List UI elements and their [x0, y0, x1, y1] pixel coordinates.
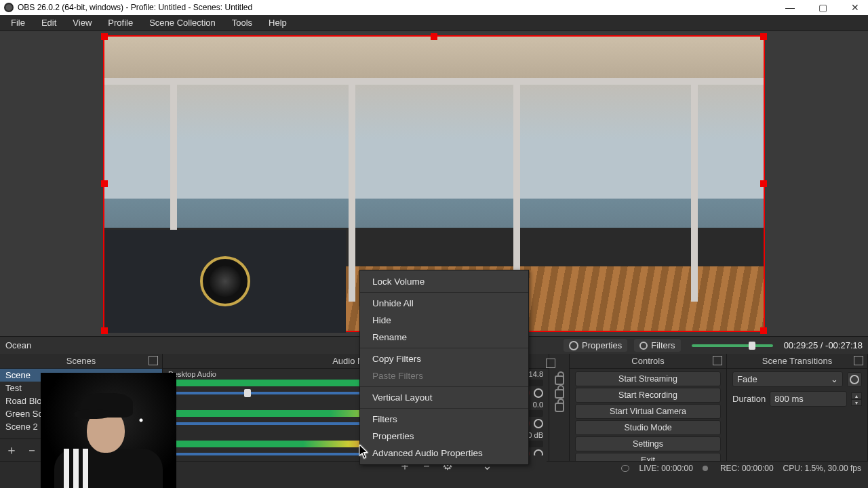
- track-settings-button[interactable]: [534, 388, 543, 398]
- menu-profile[interactable]: Profile: [101, 16, 140, 29]
- add-scene-button[interactable]: ＋: [5, 442, 18, 458]
- menu-edit[interactable]: Edit: [35, 16, 63, 29]
- gear-icon: [850, 375, 859, 384]
- close-button[interactable]: ✕: [846, 2, 864, 13]
- source-overlay[interactable]: [104, 230, 346, 333]
- rec-indicator-icon: [703, 466, 708, 471]
- controls-header: Controls: [631, 356, 664, 366]
- status-rec: REC: 00:00:00: [720, 464, 774, 473]
- control-button[interactable]: Exit: [575, 453, 721, 461]
- source-locks: [549, 354, 570, 461]
- filter-icon: [639, 342, 648, 350]
- filters-button[interactable]: Filters: [634, 339, 680, 352]
- lock-icon[interactable]: [555, 389, 564, 399]
- context-menu-item: Paste Filters: [360, 367, 528, 384]
- context-menu-item[interactable]: Lock Volume: [360, 273, 528, 290]
- spin-up[interactable]: ▴: [851, 392, 862, 399]
- title-bar: OBS 26.0.2 (64-bit, windows) - Profile: …: [0, 0, 868, 15]
- context-menu-item[interactable]: Advanced Audio Properties: [360, 445, 528, 462]
- lock-icon[interactable]: [555, 403, 564, 412]
- context-menu-item[interactable]: Filters: [360, 411, 528, 428]
- transitions-header: Scene Transitions: [762, 356, 832, 366]
- status-live: LIVE: 00:00:00: [639, 464, 692, 473]
- menu-bar: File Edit View Profile Scene Collection …: [0, 15, 868, 31]
- transition-select[interactable]: Fade⌄: [732, 371, 843, 387]
- context-menu-item[interactable]: Hide: [360, 312, 528, 329]
- window-title: OBS 26.0.2 (64-bit, windows) - Profile: …: [18, 3, 781, 12]
- duration-input[interactable]: 800 ms: [770, 391, 847, 407]
- menu-scene-collection[interactable]: Scene Collection: [142, 16, 222, 29]
- context-menu-item[interactable]: Unhide All: [360, 295, 528, 312]
- gear-icon: [569, 341, 578, 350]
- transition-settings-button[interactable]: [847, 372, 862, 387]
- media-seek-slider[interactable]: [692, 344, 773, 347]
- popout-icon[interactable]: [713, 356, 722, 365]
- popout-icon[interactable]: [854, 356, 863, 365]
- menu-file[interactable]: File: [4, 16, 32, 29]
- audio-context-menu: Lock VolumeUnhide AllHideRenameCopy Filt…: [359, 270, 529, 465]
- remove-scene-button[interactable]: －: [26, 442, 38, 458]
- popout-icon[interactable]: [546, 359, 555, 368]
- track-db: 0.0: [533, 401, 543, 409]
- menu-view[interactable]: View: [66, 16, 98, 29]
- cursor-icon: [359, 445, 369, 458]
- scenes-header: Scenes: [66, 356, 96, 366]
- obs-icon: [4, 3, 14, 12]
- control-button[interactable]: Start Virtual Camera: [575, 404, 721, 419]
- popout-icon[interactable]: [149, 356, 158, 365]
- media-time: 00:29:25 / -00:27:18: [784, 340, 863, 350]
- minimize-button[interactable]: —: [781, 2, 799, 13]
- duration-label: Duration: [732, 394, 766, 404]
- logo-icon: [200, 256, 250, 306]
- spin-down[interactable]: ▾: [851, 399, 862, 406]
- control-button[interactable]: Start Recording: [575, 388, 721, 403]
- broadcast-icon: [621, 465, 629, 472]
- context-menu-item[interactable]: Rename: [360, 329, 528, 346]
- control-button[interactable]: Start Streaming: [575, 371, 721, 386]
- status-cpu: CPU: 1.5%, 30.00 fps: [783, 464, 861, 473]
- context-menu-item[interactable]: Vertical Layout: [360, 389, 528, 406]
- lock-icon[interactable]: [555, 375, 564, 385]
- maximize-button[interactable]: ▢: [814, 2, 831, 13]
- menu-help[interactable]: Help: [262, 16, 294, 29]
- controls-panel: Controls Start StreamingStart RecordingS…: [570, 354, 727, 461]
- menu-tools[interactable]: Tools: [225, 16, 259, 29]
- control-button[interactable]: Studio Mode: [575, 420, 721, 435]
- track-settings-button[interactable]: [534, 419, 543, 428]
- transitions-panel: Scene Transitions Fade⌄ Duration 800 ms …: [727, 354, 868, 461]
- chevron-down-icon: ⌄: [831, 374, 838, 384]
- selected-source-name: Ocean: [5, 340, 31, 350]
- control-button[interactable]: Settings: [575, 436, 721, 451]
- properties-button[interactable]: Properties: [564, 339, 627, 352]
- context-menu-item[interactable]: Properties: [360, 428, 528, 445]
- context-menu-item[interactable]: Copy Filters: [360, 350, 528, 367]
- webcam-overlay: [41, 373, 176, 488]
